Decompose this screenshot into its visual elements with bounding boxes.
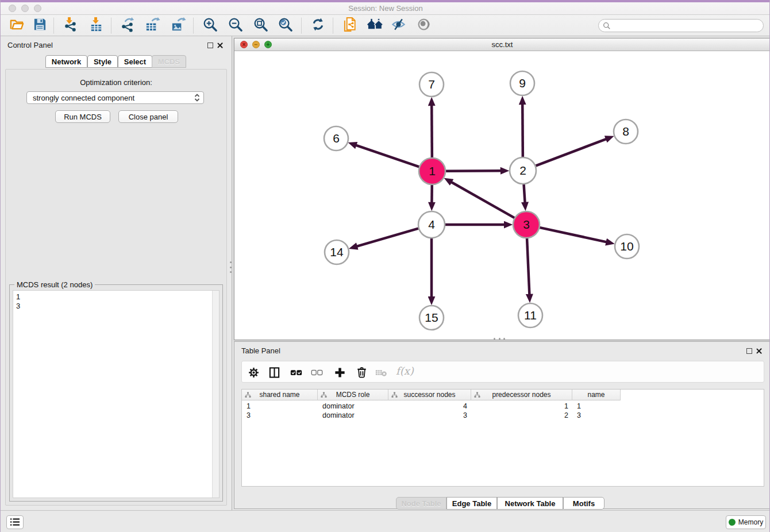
control-panel-tabs: NetworkStyleSelectMCDS <box>1 55 232 68</box>
tab-node-table[interactable]: Node Table <box>396 497 446 510</box>
zoom-fit-button[interactable] <box>251 17 270 34</box>
close-table-panel-icon[interactable] <box>756 348 763 354</box>
home-button[interactable] <box>364 17 386 34</box>
open-session-button[interactable] <box>7 17 26 34</box>
table-cell[interactable]: 1 <box>242 402 318 411</box>
column-header-shared-name[interactable]: shared name <box>242 390 318 400</box>
zoom-in-button[interactable] <box>201 17 219 34</box>
svg-text:8: 8 <box>622 125 629 138</box>
graph-edge-3-11[interactable] <box>527 238 529 295</box>
tab-select[interactable]: Select <box>118 55 152 68</box>
graph-node-3[interactable]: 3 <box>513 211 540 238</box>
criterion-dropdown[interactable]: strongly connected component <box>26 91 204 104</box>
mcds-result-text[interactable]: 13 <box>13 290 220 498</box>
zoom-selected-icon <box>278 17 293 34</box>
column-header-predecessor-nodes[interactable]: predecessor nodes <box>471 390 572 400</box>
import-network-button[interactable] <box>60 17 79 34</box>
graph-node-7[interactable]: 7 <box>419 72 444 97</box>
save-session-button[interactable] <box>30 17 49 34</box>
graph-node-15[interactable]: 15 <box>419 306 444 330</box>
task-history-button[interactable] <box>6 515 24 529</box>
graph-node-11[interactable]: 11 <box>518 303 542 327</box>
export-network-button[interactable] <box>118 17 136 34</box>
graph-node-4[interactable]: 4 <box>418 211 445 238</box>
add-row-button[interactable] <box>333 366 346 379</box>
column-settings-button[interactable] <box>247 366 260 379</box>
table-row[interactable]: 1dominator411 <box>242 402 621 411</box>
checked-boxes-icon <box>290 367 302 379</box>
close-panel-icon[interactable] <box>217 42 224 49</box>
select-all-button[interactable] <box>289 366 303 379</box>
import-table-button[interactable] <box>87 17 105 34</box>
graph-edge-2-3[interactable] <box>523 184 525 203</box>
memory-button[interactable]: Memory <box>726 515 766 529</box>
table-cell[interactable]: 3 <box>572 411 621 420</box>
tab-network-table[interactable]: Network Table <box>497 497 563 510</box>
table-cell[interactable]: 3 <box>242 411 318 420</box>
graph-edge-3-10[interactable] <box>539 228 606 242</box>
svg-text:9: 9 <box>519 76 526 90</box>
graph-edge-1-6[interactable] <box>356 145 419 167</box>
function-builder-button[interactable]: f(x) <box>396 365 414 377</box>
export-image-button[interactable] <box>169 17 187 34</box>
zoom-in-icon <box>202 17 218 34</box>
graph-edge-2-8[interactable] <box>536 139 607 166</box>
vertical-splitter-handle[interactable] <box>230 261 232 273</box>
run-mcds-button[interactable]: Run MCDS <box>55 110 110 123</box>
column-header-MCDS-role[interactable]: MCDS role <box>318 390 388 400</box>
zoom-out-button[interactable] <box>226 17 244 34</box>
plus-icon <box>334 367 346 379</box>
tab-network[interactable]: Network <box>45 55 87 68</box>
column-header-successor-nodes[interactable]: successor nodes <box>388 390 471 400</box>
refresh-view-button[interactable] <box>309 17 327 34</box>
table-header: shared nameMCDS rolesuccessor nodesprede… <box>242 390 621 400</box>
table-cell[interactable]: dominator <box>318 411 388 420</box>
tab-mcds[interactable]: MCDS <box>152 55 186 68</box>
tab-motifs[interactable]: Motifs <box>563 497 605 510</box>
graph-edge-3-1[interactable] <box>451 182 515 218</box>
table-cell[interactable]: 1 <box>471 402 572 411</box>
export-table-button[interactable] <box>143 17 161 34</box>
tab-edge-table[interactable]: Edge Table <box>446 497 497 510</box>
horizontal-splitter-handle[interactable] <box>494 338 505 340</box>
table-cell[interactable]: 1 <box>572 402 621 411</box>
main-toolbar <box>1 15 770 36</box>
graph-node-14[interactable]: 14 <box>325 240 349 264</box>
deselect-all-button[interactable] <box>310 366 324 379</box>
graph-node-1[interactable]: 1 <box>419 158 445 184</box>
column-header-name[interactable]: name <box>572 390 621 400</box>
table-cell[interactable]: 2 <box>471 411 572 420</box>
delete-row-button[interactable] <box>355 366 368 379</box>
graph-edge-4-14[interactable] <box>357 228 419 246</box>
graph-node-8[interactable]: 8 <box>614 119 638 144</box>
show-columns-button[interactable] <box>267 366 281 379</box>
graph-node-6[interactable]: 6 <box>324 126 348 151</box>
show-graphics-details-button[interactable] <box>414 17 433 34</box>
zoom-selected-button[interactable] <box>276 17 294 34</box>
svg-text:15: 15 <box>425 311 438 324</box>
close-panel-button[interactable]: Close panel <box>118 110 178 123</box>
table-row[interactable]: 3dominator323 <box>242 411 621 420</box>
new-network-from-selection-button[interactable] <box>341 17 359 34</box>
hide-graphics-details-button[interactable] <box>389 17 407 34</box>
result-scrollbar[interactable] <box>212 291 219 498</box>
table-cell[interactable]: dominator <box>318 402 388 411</box>
table-cell[interactable]: 3 <box>388 411 471 420</box>
float-panel-icon[interactable] <box>207 43 213 48</box>
table-panel: Table Panel f(x) <box>234 341 770 509</box>
svg-text:2: 2 <box>519 164 526 177</box>
network-canvas[interactable]: 7968124314101511 <box>234 51 770 340</box>
tab-style[interactable]: Style <box>87 55 118 68</box>
graph-node-9[interactable]: 9 <box>510 71 534 95</box>
delete-table-button[interactable] <box>374 366 388 379</box>
graph-node-10[interactable]: 10 <box>615 234 639 259</box>
float-table-panel-icon[interactable] <box>746 348 752 354</box>
svg-text:6: 6 <box>333 132 340 145</box>
network-graph[interactable]: 7968124314101511 <box>234 51 770 340</box>
search-input[interactable] <box>613 21 763 31</box>
table-cell[interactable]: 4 <box>388 402 471 411</box>
graph-edge-2-9[interactable] <box>522 104 523 157</box>
graph-node-2[interactable]: 2 <box>510 157 536 184</box>
graph-edge-1-2[interactable] <box>445 171 501 171</box>
graph-edge-1-7[interactable] <box>432 105 432 158</box>
